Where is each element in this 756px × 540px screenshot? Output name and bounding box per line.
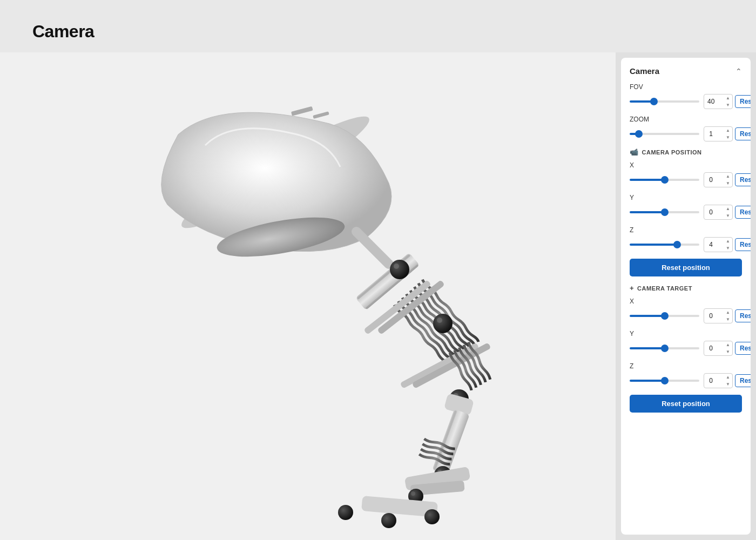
cam-pos-y-spin-wrapper: ▲ ▼ <box>704 205 733 220</box>
cam-tgt-y-number-reset: ▲ ▼ Reset <box>704 341 751 356</box>
cam-tgt-z-slider[interactable] <box>630 380 699 382</box>
cam-pos-x-spin-down[interactable]: ▼ <box>724 180 732 187</box>
zoom-slider-row: ▲ ▼ Reset <box>630 126 742 141</box>
cam-pos-x-spin-up[interactable]: ▲ <box>724 173 732 180</box>
zoom-label: ZOOM <box>630 116 742 123</box>
cam-tgt-y-group: Y ▲ ▼ Reset <box>630 330 742 356</box>
cam-pos-x-spin-buttons: ▲ ▼ <box>724 173 732 187</box>
svg-rect-2 <box>291 106 313 116</box>
svg-point-29 <box>381 513 396 528</box>
zoom-spin-buttons: ▲ ▼ <box>724 127 732 141</box>
panel-header: Camera ⌃ <box>630 66 742 76</box>
cam-pos-y-slider[interactable] <box>630 211 699 213</box>
lamp-container <box>0 52 616 540</box>
viewport <box>0 52 616 540</box>
cam-tgt-x-number-reset: ▲ ▼ Reset <box>704 308 751 323</box>
cam-tgt-y-spin-up[interactable]: ▲ <box>724 341 732 348</box>
cam-tgt-x-reset-button[interactable]: Reset <box>735 309 751 322</box>
cam-pos-x-reset-button[interactable]: Reset <box>735 173 751 186</box>
cam-tgt-x-group: X ▲ ▼ Reset <box>630 298 742 323</box>
fov-group: FOV ▲ ▼ Reset <box>630 83 742 109</box>
cam-tgt-z-spin-wrapper: ▲ ▼ <box>704 373 733 388</box>
zoom-number-reset: ▲ ▼ Reset <box>704 126 751 141</box>
zoom-slider[interactable] <box>630 133 699 135</box>
zoom-group: ZOOM ▲ ▼ Reset <box>630 116 742 141</box>
svg-rect-3 <box>313 111 329 119</box>
right-panel: Camera ⌃ FOV ▲ ▼ <box>616 52 756 540</box>
cam-tgt-y-spin-wrapper: ▲ ▼ <box>704 341 733 356</box>
cam-pos-y-number-reset: ▲ ▼ Reset <box>704 205 751 220</box>
cam-pos-y-label: Y <box>630 194 742 201</box>
camera-position-icon: 📹 <box>630 148 639 156</box>
cam-pos-x-slider[interactable] <box>630 179 699 181</box>
cam-pos-x-spin-wrapper: ▲ ▼ <box>704 172 733 187</box>
cam-tgt-x-spin-buttons: ▲ ▼ <box>724 309 732 323</box>
camera-position-section-label: 📹 CAMERA POSITION <box>630 148 742 156</box>
cam-pos-reset-position-button[interactable]: Reset position <box>630 259 742 276</box>
zoom-spin-wrapper: ▲ ▼ <box>704 126 733 141</box>
cam-tgt-reset-position-button[interactable]: Reset position <box>630 395 742 413</box>
chevron-up-icon[interactable]: ⌃ <box>735 67 742 76</box>
panel-title: Camera <box>630 66 659 76</box>
svg-point-28 <box>424 509 440 524</box>
fov-spin-wrapper: ▲ ▼ <box>704 94 733 109</box>
cam-pos-z-spin-down[interactable]: ▼ <box>724 245 732 252</box>
cam-tgt-x-label: X <box>630 298 742 305</box>
fov-slider-row: ▲ ▼ Reset <box>630 94 742 109</box>
cam-tgt-x-spin-wrapper: ▲ ▼ <box>704 308 733 323</box>
cam-pos-z-slider-row: ▲ ▼ Reset <box>630 237 742 252</box>
cam-pos-z-group: Z ▲ ▼ Reset <box>630 226 742 252</box>
cam-tgt-z-reset-button[interactable]: Reset <box>735 374 751 387</box>
cam-tgt-y-reset-button[interactable]: Reset <box>735 342 751 355</box>
cam-pos-z-reset-button[interactable]: Reset <box>735 238 751 251</box>
panel-card: Camera ⌃ FOV ▲ ▼ <box>621 58 751 535</box>
cam-tgt-y-label: Y <box>630 330 742 338</box>
fov-label: FOV <box>630 83 742 91</box>
fov-spin-down[interactable]: ▼ <box>724 102 732 109</box>
lamp-svg <box>124 64 491 529</box>
cam-pos-y-reset-button[interactable]: Reset <box>735 206 751 219</box>
cam-pos-x-number-reset: ▲ ▼ Reset <box>704 172 751 187</box>
svg-point-27 <box>338 505 353 520</box>
cam-pos-z-spin-up[interactable]: ▲ <box>724 238 732 245</box>
cam-tgt-z-label: Z <box>630 362 742 370</box>
svg-point-8 <box>394 264 399 269</box>
cam-pos-y-spin-up[interactable]: ▲ <box>724 205 732 212</box>
fov-spin-buttons: ▲ ▼ <box>724 94 732 109</box>
fov-spin-up[interactable]: ▲ <box>724 94 732 102</box>
page-title: Camera <box>0 0 756 52</box>
cam-pos-x-label: X <box>630 161 742 169</box>
cam-tgt-z-group: Z ▲ ▼ Reset <box>630 362 742 388</box>
cam-pos-z-slider[interactable] <box>630 244 699 246</box>
zoom-reset-button[interactable]: Reset <box>735 127 751 140</box>
cam-tgt-y-spin-down[interactable]: ▼ <box>724 348 732 355</box>
cam-pos-x-group: X ▲ ▼ Reset <box>630 161 742 187</box>
cam-tgt-x-spin-down[interactable]: ▼ <box>724 316 732 323</box>
svg-point-12 <box>437 318 442 323</box>
cam-tgt-z-spin-up[interactable]: ▲ <box>724 374 732 381</box>
cam-tgt-y-spin-buttons: ▲ ▼ <box>724 341 732 355</box>
cam-tgt-x-slider-row: ▲ ▼ Reset <box>630 308 742 323</box>
cam-pos-y-group: Y ▲ ▼ Reset <box>630 194 742 220</box>
svg-point-7 <box>390 260 409 279</box>
zoom-spin-down[interactable]: ▼ <box>724 134 732 141</box>
cam-tgt-y-slider-row: ▲ ▼ Reset <box>630 341 742 356</box>
cam-pos-y-slider-row: ▲ ▼ Reset <box>630 205 742 220</box>
cam-pos-z-label: Z <box>630 226 742 234</box>
cam-pos-z-spin-wrapper: ▲ ▼ <box>704 237 733 252</box>
camera-target-icon: + <box>630 284 634 292</box>
svg-point-25 <box>411 491 415 496</box>
cam-tgt-z-slider-row: ▲ ▼ Reset <box>630 373 742 388</box>
cam-tgt-x-spin-up[interactable]: ▲ <box>724 309 732 316</box>
cam-tgt-z-spin-buttons: ▲ ▼ <box>724 374 732 388</box>
main-area: Camera ⌃ FOV ▲ ▼ <box>0 52 756 540</box>
cam-pos-y-spin-buttons: ▲ ▼ <box>724 205 732 219</box>
cam-tgt-y-slider[interactable] <box>630 347 699 349</box>
cam-tgt-z-spin-down[interactable]: ▼ <box>724 381 732 388</box>
zoom-spin-up[interactable]: ▲ <box>724 127 732 134</box>
fov-number-reset: ▲ ▼ Reset <box>704 94 751 109</box>
fov-slider[interactable] <box>630 100 699 103</box>
fov-reset-button[interactable]: Reset <box>735 95 751 108</box>
cam-tgt-x-slider[interactable] <box>630 315 699 317</box>
cam-pos-y-spin-down[interactable]: ▼ <box>724 212 732 219</box>
